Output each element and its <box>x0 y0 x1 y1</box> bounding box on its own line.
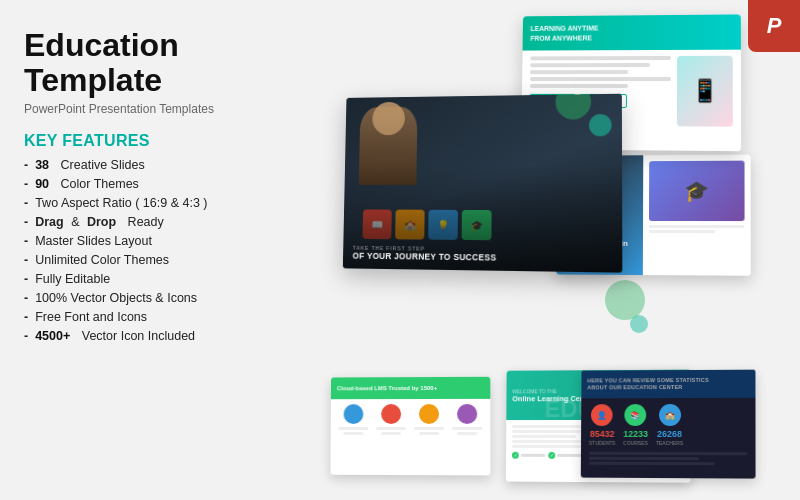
feature-text: Unlimited Color Themes <box>35 253 169 267</box>
stat-label: STUDENTS <box>589 440 616 446</box>
feature-text: Ready <box>128 215 164 229</box>
slide-mr-right: 🎓 <box>643 155 751 276</box>
text-line <box>512 435 576 438</box>
check-icon: ✓ <box>512 452 519 459</box>
slide-br-bottom <box>581 452 756 471</box>
text-line <box>649 230 716 233</box>
slide-bl-header: Cloud-based LMS Trusted by 1500+ <box>331 377 490 399</box>
ppt-icon: P <box>767 13 782 39</box>
left-panel: Education Template PowerPoint Presentati… <box>0 0 310 500</box>
slide-br-stats: 👤 85432 STUDENTS 📚 12233 COURSES 🏫 26268… <box>581 398 756 452</box>
avatar <box>457 404 477 424</box>
feature-list: 38 Creative Slides 90 Color Themes Two A… <box>24 158 286 343</box>
list-item: 90 Color Themes <box>24 177 286 191</box>
subtitle: PowerPoint Presentation Templates <box>24 102 286 116</box>
stat-item: 🏫 26268 TEACHERS <box>656 404 683 446</box>
phone-icon: 📱 <box>691 78 718 104</box>
avatar <box>343 404 363 424</box>
text-line <box>589 452 748 456</box>
slide-br-header-text: HERE YOU CAN REVIEW SOME STATISTICSABOUT… <box>587 377 709 391</box>
deco-circle-green <box>605 280 645 320</box>
text-line <box>557 454 582 457</box>
stat-icon: 📚 <box>625 404 647 426</box>
text-line <box>343 432 363 435</box>
slide-tr-title-text: LEARNING ANYTIMEFROM ANYWHERE <box>530 24 598 42</box>
main-container: Education Template PowerPoint Presentati… <box>0 0 800 500</box>
text-line <box>419 432 439 435</box>
avatar <box>419 404 439 424</box>
stat-number: 85432 <box>589 429 616 439</box>
slide-bottom-right: HERE YOU CAN REVIEW SOME STATISTICSABOUT… <box>581 370 756 479</box>
stat-label: TEACHERS <box>656 440 683 446</box>
feature-text: Two Aspect Ratio ( 16:9 & 4:3 ) <box>35 196 207 210</box>
list-item: Master Slides Layout <box>24 234 286 248</box>
stat-icon: 🏫 <box>659 404 681 426</box>
slides-container: 📖 🏫 💡 🎓 TAKE THE FIRST STEP OF YOUR JOUR… <box>310 0 800 500</box>
list-item: Two Aspect Ratio ( 16:9 & 4:3 ) <box>24 196 286 210</box>
slide-bl-col <box>451 404 485 437</box>
text-line <box>589 457 699 460</box>
text-line <box>521 454 546 457</box>
feature-text: 100% Vector Objects & Icons <box>35 291 197 305</box>
feature-prefix: 90 <box>35 177 49 191</box>
feature-text: Vector Icon Included <box>82 329 195 343</box>
list-item: Unlimited Color Themes <box>24 253 286 267</box>
list-item: 4500+ Vector Icon Included <box>24 329 286 343</box>
text-line <box>530 84 628 88</box>
deco-circle-teal <box>630 315 648 333</box>
feature-text: Free Font and Icons <box>35 310 147 324</box>
feature-text: Master Slides Layout <box>35 234 152 248</box>
teal-circle-deco <box>589 114 612 136</box>
check-item: ✓ <box>512 452 545 459</box>
stat-item: 👤 85432 STUDENTS <box>589 404 616 446</box>
feature-text: Creative Slides <box>61 158 145 172</box>
key-features-heading: KEY FEATURES <box>24 132 286 150</box>
text-line <box>452 427 482 430</box>
text-line <box>530 70 628 74</box>
stat-number: 26268 <box>656 429 683 439</box>
feature-text: Fully Editable <box>35 272 110 286</box>
list-item: Drag & Drop Ready <box>24 215 286 229</box>
text-line <box>414 427 444 430</box>
feature-drop: Drop <box>87 215 116 229</box>
text-line <box>530 56 671 60</box>
text-line <box>530 63 649 67</box>
stat-icon: 👤 <box>591 404 613 426</box>
text-line <box>381 432 401 435</box>
text-line <box>530 77 671 81</box>
list-item: Fully Editable <box>24 272 286 286</box>
check-item: ✓ <box>548 452 582 459</box>
slide-bottom-left: Cloud-based LMS Trusted by 1500+ <box>330 377 490 476</box>
list-item: 38 Creative Slides <box>24 158 286 172</box>
text-line <box>649 225 745 228</box>
graduation-icon: 🎓 <box>684 179 709 203</box>
feature-prefix: 38 <box>35 158 49 172</box>
avatar <box>381 404 401 424</box>
feature-text: Color Themes <box>61 177 139 191</box>
main-title: Education Template <box>24 28 286 98</box>
list-item: Free Font and Icons <box>24 310 286 324</box>
stat-item: 📚 12233 COURSES <box>623 404 648 446</box>
text-line <box>457 432 477 435</box>
list-item: 100% Vector Objects & Icons <box>24 291 286 305</box>
check-icon: ✓ <box>548 452 555 459</box>
stat-label: COURSES <box>623 440 648 446</box>
ppt-badge: P <box>748 0 800 52</box>
feature-prefix: 4500+ <box>35 329 70 343</box>
slide-bl-col <box>337 404 370 437</box>
right-panel: P 📖 🏫 💡 🎓 <box>310 0 800 500</box>
stat-number: 12233 <box>623 429 648 439</box>
slide-tr-title: LEARNING ANYTIMEFROM ANYWHERE <box>530 24 598 42</box>
slide-main: 📖 🏫 💡 🎓 TAKE THE FIRST STEP OF YOUR JOUR… <box>343 94 623 273</box>
slide-bl-col <box>374 404 407 437</box>
slide-tr-header: LEARNING ANYTIMEFROM ANYWHERE <box>523 14 741 50</box>
text-line <box>589 462 715 466</box>
slide-bl-body <box>331 399 491 442</box>
slide-tr-image: 📱 <box>677 56 733 127</box>
slide-bl-title: Cloud-based LMS Trusted by 1500+ <box>337 385 437 391</box>
text-line <box>512 445 587 448</box>
slide-bl-col <box>412 404 445 437</box>
text-line <box>376 427 406 430</box>
slide-br-header: HERE YOU CAN REVIEW SOME STATISTICSABOUT… <box>581 370 755 399</box>
feature-prefix: Drag <box>35 215 63 229</box>
